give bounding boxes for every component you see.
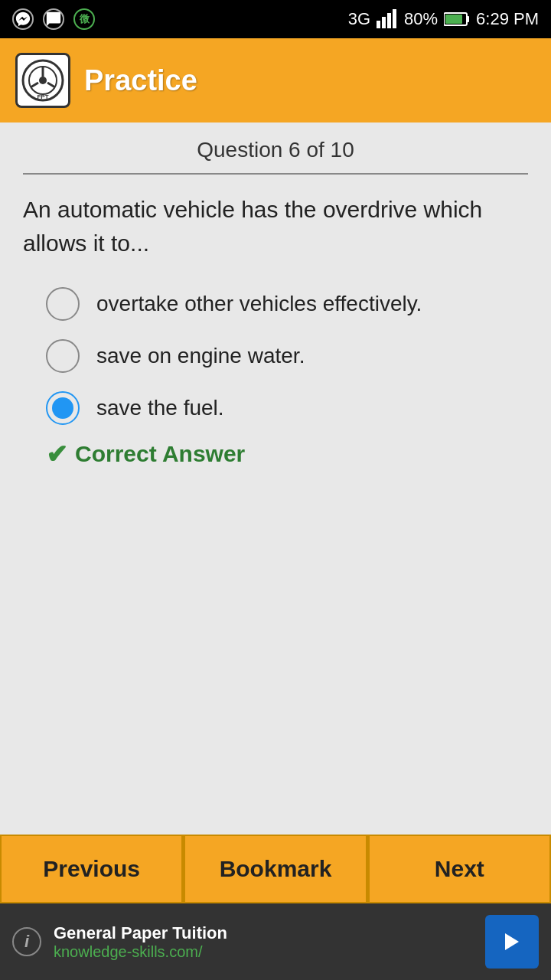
option-a[interactable]: overtake other vehicles effectively. bbox=[46, 287, 528, 321]
chat-icon bbox=[43, 8, 64, 30]
network-indicator: 3G bbox=[348, 9, 370, 29]
battery-icon bbox=[444, 11, 470, 27]
svg-rect-0 bbox=[377, 21, 380, 28]
ad-banner: i General Paper Tuition knowledge-skills… bbox=[0, 903, 551, 980]
checkmark-icon: ✔ bbox=[46, 439, 67, 469]
question-counter: Question 6 of 10 bbox=[23, 138, 528, 175]
question-text: An automatic vehicle has the overdrive w… bbox=[23, 193, 528, 260]
previous-button[interactable]: Previous bbox=[0, 835, 183, 903]
radio-b[interactable] bbox=[46, 339, 80, 373]
content-area: Question 6 of 10 An automatic vehicle ha… bbox=[0, 122, 551, 835]
radio-c-fill bbox=[52, 397, 73, 419]
svg-point-9 bbox=[39, 77, 47, 84]
next-button[interactable]: Next bbox=[368, 835, 551, 903]
wechat-icon: 微 bbox=[73, 8, 95, 30]
bottom-nav: Previous Bookmark Next bbox=[0, 835, 551, 903]
ad-text: General Paper Tuition knowledge-skills.c… bbox=[54, 923, 485, 961]
svg-rect-1 bbox=[382, 17, 386, 28]
option-c-label: save the fuel. bbox=[96, 396, 224, 420]
svg-rect-5 bbox=[467, 16, 469, 22]
options-list: overtake other vehicles effectively. sav… bbox=[46, 287, 528, 425]
app-title: Practice bbox=[84, 64, 197, 97]
ad-title: General Paper Tuition bbox=[54, 923, 485, 943]
arrow-right-icon bbox=[497, 927, 527, 956]
signal-icon bbox=[377, 8, 398, 30]
svg-rect-3 bbox=[393, 9, 396, 28]
radio-c[interactable] bbox=[46, 391, 80, 425]
option-b[interactable]: save on engine water. bbox=[46, 339, 528, 373]
option-c[interactable]: save the fuel. bbox=[46, 391, 528, 425]
svg-marker-14 bbox=[505, 933, 519, 950]
correct-answer-label: Correct Answer bbox=[75, 441, 245, 467]
app-logo: FPT bbox=[15, 53, 70, 108]
battery-percent: 80% bbox=[404, 9, 438, 29]
option-b-label: save on engine water. bbox=[96, 344, 305, 368]
ad-arrow-button[interactable] bbox=[485, 915, 539, 969]
status-bar: 微 3G 80% 6:29 PM bbox=[0, 0, 551, 38]
ad-url: knowledge-skills.com/ bbox=[54, 943, 485, 961]
svg-text:FPT: FPT bbox=[37, 93, 48, 100]
messenger-icon bbox=[12, 8, 34, 30]
radio-a[interactable] bbox=[46, 287, 80, 321]
correct-answer-banner: ✔ Correct Answer bbox=[46, 439, 528, 469]
svg-rect-2 bbox=[387, 13, 391, 28]
svg-rect-6 bbox=[445, 15, 462, 24]
bookmark-button[interactable]: Bookmark bbox=[183, 835, 367, 903]
ad-info-icon: i bbox=[12, 927, 41, 956]
time-display: 6:29 PM bbox=[476, 9, 539, 29]
app-header: FPT Practice bbox=[0, 38, 551, 122]
option-a-label: overtake other vehicles effectively. bbox=[96, 292, 422, 316]
